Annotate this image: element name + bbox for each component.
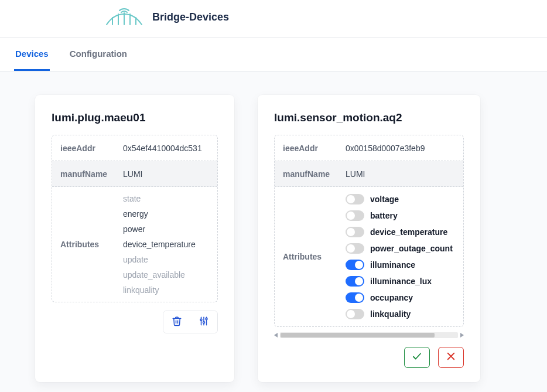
prop-val-manuf: LUMI xyxy=(123,169,142,179)
prop-val-ieeeaddr: 0x00158d0007e3feb9 xyxy=(346,144,425,153)
cancel-button[interactable] xyxy=(438,347,464,368)
scroll-thumb[interactable] xyxy=(281,333,435,338)
attribute-item: energy xyxy=(123,209,196,219)
svg-point-4 xyxy=(203,322,205,323)
card-actions xyxy=(52,311,218,333)
attribute-label: voltage xyxy=(370,195,399,204)
topbar: Bridge-Devices xyxy=(0,0,547,38)
attribute-toggle-row: occupancy xyxy=(346,292,453,303)
content: lumi.plug.maeu01 ieeeAddr 0x54ef4410004d… xyxy=(0,71,547,392)
device-properties: ieeeAddr 0x54ef4410004dc531 manufName LU… xyxy=(52,135,218,302)
prop-key: Attributes xyxy=(60,240,116,249)
close-icon xyxy=(446,351,456,364)
attribute-toggle[interactable] xyxy=(346,194,364,204)
prop-row-attributes: Attributes voltagebatterydevice_temperat… xyxy=(275,187,463,326)
attribute-label: illuminance xyxy=(370,260,415,270)
prop-row-ieeeaddr: ieeeAddr 0x00158d0007e3feb9 xyxy=(275,135,463,161)
attribute-toggle-row: linkquality xyxy=(346,309,453,319)
attribute-label: linkquality xyxy=(370,309,411,319)
attribute-item: power xyxy=(123,224,196,234)
prop-val-ieeeaddr: 0x54ef4410004dc531 xyxy=(123,144,202,153)
card-actions xyxy=(274,347,464,368)
attribute-label: power_outage_count xyxy=(370,244,453,253)
prop-key: manufName xyxy=(283,169,339,179)
scroll-track[interactable] xyxy=(280,332,458,338)
device-card-plug: lumi.plug.maeu01 ieeeAddr 0x54ef4410004d… xyxy=(35,95,234,382)
attribute-item: linkquality xyxy=(123,285,196,295)
attribute-item: update xyxy=(123,255,196,264)
configure-button[interactable] xyxy=(190,311,217,333)
attribute-list: stateenergypowerdevice_temperatureupdate… xyxy=(123,194,196,295)
prop-key: manufName xyxy=(60,169,116,179)
attribute-label: occupancy xyxy=(370,293,413,302)
attribute-toggle-row: illuminance_lux xyxy=(346,276,453,287)
prop-key: ieeeAddr xyxy=(60,144,116,153)
tabs: Devices Configuration xyxy=(0,38,547,71)
prop-key: Attributes xyxy=(283,252,339,261)
tab-configuration[interactable]: Configuration xyxy=(69,38,128,71)
attribute-label: device_temperature xyxy=(370,227,447,237)
attribute-toggle[interactable] xyxy=(346,260,364,270)
attribute-toggle-row: voltage xyxy=(346,194,453,204)
attribute-toggle-row: battery xyxy=(346,210,453,221)
attribute-toggle[interactable] xyxy=(346,292,364,303)
sliders-icon xyxy=(199,316,209,328)
brand-title: Bridge-Devices xyxy=(152,11,229,23)
tab-devices[interactable]: Devices xyxy=(14,38,50,71)
attribute-toggle[interactable] xyxy=(346,243,364,254)
prop-key: ieeeAddr xyxy=(283,144,339,153)
attribute-toggle[interactable] xyxy=(346,210,364,221)
device-title: lumi.sensor_motion.aq2 xyxy=(274,111,464,124)
device-title: lumi.plug.maeu01 xyxy=(52,111,218,124)
svg-point-6 xyxy=(206,318,207,320)
horizontal-scrollbar[interactable] xyxy=(274,332,464,339)
attribute-toggle-list: voltagebatterydevice_temperaturepower_ou… xyxy=(346,194,453,319)
device-card-motion: lumi.sensor_motion.aq2 ieeeAddr 0x00158d… xyxy=(258,95,480,382)
attribute-label: battery xyxy=(370,211,398,220)
prop-row-manuf: manufName LUMI xyxy=(52,161,217,187)
attribute-toggle-row: power_outage_count xyxy=(346,243,453,254)
scroll-left-arrow-icon[interactable] xyxy=(274,333,278,338)
attribute-toggle-row: illuminance xyxy=(346,260,453,270)
prop-row-ieeeaddr: ieeeAddr 0x54ef4410004dc531 xyxy=(52,135,217,161)
attribute-toggle[interactable] xyxy=(346,309,364,319)
bridge-logo-icon xyxy=(105,7,143,27)
svg-point-2 xyxy=(200,319,202,321)
attribute-item: state xyxy=(123,194,196,203)
attribute-item: update_available xyxy=(123,270,196,279)
delete-button[interactable] xyxy=(163,311,190,333)
scroll-right-arrow-icon[interactable] xyxy=(460,333,464,338)
prop-val-manuf: LUMI xyxy=(346,169,365,179)
attribute-toggle-row: device_temperature xyxy=(346,227,453,237)
check-icon xyxy=(412,351,422,364)
action-button-group xyxy=(163,311,218,333)
attribute-toggle[interactable] xyxy=(346,276,364,287)
trash-icon xyxy=(172,316,182,328)
svg-point-0 xyxy=(123,13,125,15)
attribute-toggle[interactable] xyxy=(346,227,364,237)
attribute-item: device_temperature xyxy=(123,240,196,249)
confirm-button[interactable] xyxy=(404,347,430,368)
prop-row-manuf: manufName LUMI xyxy=(275,161,463,187)
device-properties: ieeeAddr 0x00158d0007e3feb9 manufName LU… xyxy=(274,135,464,327)
prop-row-attributes: Attributes stateenergypowerdevice_temper… xyxy=(52,187,217,302)
attribute-label: illuminance_lux xyxy=(370,277,432,286)
